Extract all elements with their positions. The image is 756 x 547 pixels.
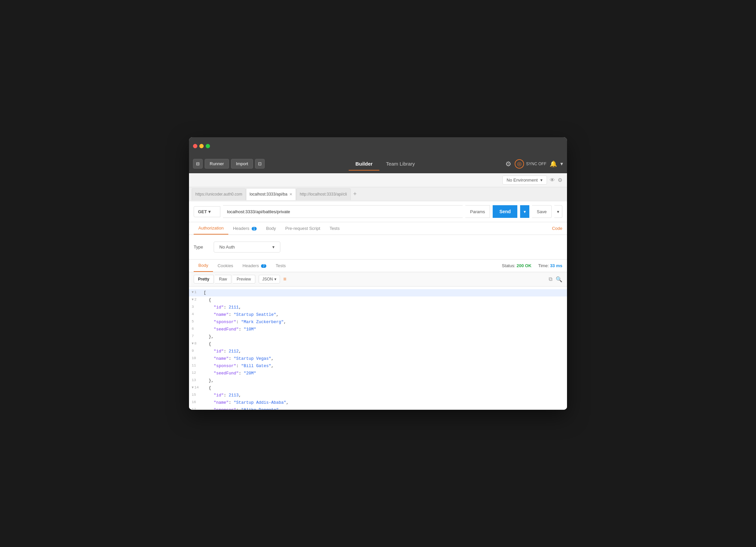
nav-tabs: Builder Team Library — [267, 158, 503, 169]
code-line: 11 "sponsor": "Bill Gates", — [189, 362, 567, 370]
send-dropdown-button[interactable]: ▾ — [520, 205, 529, 218]
toolbar-right: ⚙ ◎ SYNC OFF 🔔 ▾ — [505, 159, 563, 169]
resp-tab-tests[interactable]: Tests — [271, 260, 290, 272]
close-button[interactable] — [193, 144, 197, 148]
code-line: ▼1 [ — [189, 289, 567, 296]
sync-area: ◎ SYNC OFF — [515, 159, 546, 169]
traffic-lights — [193, 144, 210, 148]
request-bar: GET ▾ Params Send ▾ Save ▾ — [189, 201, 567, 222]
spinner-icon: ⚙ — [505, 160, 511, 168]
code-line: 12 "seedFund": "20M" — [189, 370, 567, 377]
url-tab-2[interactable]: http://localhost:3333/api/cli — [296, 188, 350, 200]
code-line: 17 "sponsor": "Aliko Dangote", — [189, 406, 567, 410]
save-button[interactable]: Save — [532, 205, 552, 218]
url-tab-1-text: localhost:3333/api/ba — [250, 192, 287, 197]
resp-status: Status: 200 OK Time: 33 ms — [502, 263, 562, 268]
req-tab-prerequest[interactable]: Pre-request Script — [281, 223, 325, 234]
code-line: 6 "seedFund": "10M" — [189, 326, 567, 333]
code-line: ▼2 { — [189, 296, 567, 304]
resp-tab-body[interactable]: Body — [194, 260, 213, 272]
auth-type-value: No Auth — [219, 245, 235, 250]
req-tab-body[interactable]: Body — [261, 223, 281, 234]
resp-tab-cookies[interactable]: Cookies — [213, 260, 238, 272]
method-select[interactable]: GET ▾ — [194, 206, 220, 217]
menu-chevron-icon[interactable]: ▾ — [560, 161, 563, 167]
params-button[interactable]: Params — [465, 205, 490, 218]
eye-icon[interactable]: 👁 — [550, 177, 555, 183]
response-section: Body Cookies Headers 7 Tests Status: 200… — [189, 260, 567, 410]
new-tab-button[interactable]: + — [351, 191, 360, 198]
code-line: ▼8 { — [189, 340, 567, 348]
new-tab-icon-button[interactable]: ⊡ — [255, 159, 265, 169]
code-line: 16 "name": "Startup Addis-Ababa", — [189, 399, 567, 406]
url-tab-2-text: http://localhost:3333/api/cli — [300, 192, 347, 197]
sidebar-toggle-button[interactable]: ⊟ — [193, 159, 203, 169]
format-select[interactable]: JSON ▾ — [259, 275, 280, 283]
code-line: 3 "id": 2111, — [189, 304, 567, 311]
code-editor[interactable]: ▼1 [ ▼2 { 3 "id": 2111, 4 "name": "Start… — [189, 286, 567, 410]
close-tab-1-icon[interactable]: ✕ — [289, 192, 292, 197]
code-line: 15 "id": 2113, — [189, 392, 567, 399]
env-bar: No Environment ▾ 👁 ⚙ — [189, 173, 567, 187]
code-line: 10 "name": "Startup Vegas", — [189, 355, 567, 362]
status-label: Status: — [502, 263, 517, 268]
code-line: 7 }, — [189, 333, 567, 340]
time-label: Time: — [538, 263, 550, 268]
raw-button[interactable]: Raw — [215, 275, 231, 283]
title-bar — [189, 137, 567, 155]
search-icon-button[interactable]: 🔍 — [556, 276, 562, 282]
auth-type-select[interactable]: No Auth ▾ — [214, 242, 280, 253]
runner-label: Runner — [210, 161, 224, 166]
pretty-button[interactable]: Pretty — [194, 275, 214, 283]
body-toolbar: Pretty Raw Preview JSON ▾ ≡ ⧉ 🔍 — [189, 272, 567, 286]
req-tab-tests[interactable]: Tests — [325, 223, 344, 234]
filter-icon-button[interactable]: ≡ — [283, 276, 286, 282]
sync-label: SYNC OFF — [526, 162, 546, 166]
auth-section: Type No Auth ▾ — [189, 235, 567, 260]
env-select[interactable]: No Environment ▾ — [502, 176, 547, 185]
response-tabs: Body Cookies Headers 7 Tests Status: 200… — [189, 260, 567, 272]
url-tab-bar: https://unicoder.auth0.com localhost:333… — [189, 187, 567, 201]
url-input[interactable] — [223, 205, 463, 218]
url-tab-1[interactable]: localhost:3333/api/ba ✕ — [246, 188, 296, 200]
send-button[interactable]: Send — [493, 205, 517, 218]
resp-tab-headers[interactable]: Headers 7 — [238, 260, 271, 272]
code-line: 4 "name": "Startup Seattle", — [189, 311, 567, 318]
method-chevron-icon: ▾ — [208, 209, 211, 214]
bell-icon[interactable]: 🔔 — [550, 160, 557, 168]
maximize-button[interactable] — [206, 144, 210, 148]
settings-icon[interactable]: ⚙ — [558, 177, 562, 183]
time-value: 33 ms — [550, 263, 562, 268]
headers-badge: 1 — [252, 227, 257, 231]
url-tab-0-text: https://unicoder.auth0.com — [195, 192, 242, 197]
copy-icon-button[interactable]: ⧉ — [549, 276, 552, 282]
code-link[interactable]: Code — [552, 226, 562, 231]
status-value: 200 OK — [517, 263, 532, 268]
sync-icon[interactable]: ◎ — [515, 159, 524, 169]
method-label: GET — [198, 209, 207, 214]
url-tab-0[interactable]: https://unicoder.auth0.com — [192, 188, 246, 200]
import-button[interactable]: Import — [231, 159, 253, 169]
code-line: ▼14 { — [189, 384, 567, 392]
auth-type-label: Type — [194, 245, 207, 250]
code-line: 9 "id": 2112, — [189, 348, 567, 355]
tab-builder[interactable]: Builder — [349, 158, 379, 169]
format-chevron-icon: ▾ — [274, 277, 276, 281]
minimize-button[interactable] — [199, 144, 204, 148]
code-line: 5 "sponsor": "Mark Zuckerberg", — [189, 318, 567, 326]
req-tab-headers[interactable]: Headers 1 — [228, 223, 261, 234]
preview-button[interactable]: Preview — [233, 275, 255, 283]
request-tabs: Authorization Headers 1 Body Pre-request… — [189, 222, 567, 235]
resp-headers-badge: 7 — [261, 264, 266, 268]
import-label: Import — [236, 161, 248, 166]
save-dropdown-button[interactable]: ▾ — [554, 205, 562, 218]
env-label: No Environment — [507, 178, 538, 183]
toolbar: ⊟ Runner Import ⊡ Builder Team Library ⚙… — [189, 155, 567, 173]
auth-type-row: Type No Auth ▾ — [194, 242, 562, 253]
sidebar-icon: ⊟ — [196, 161, 200, 166]
tab-team-library[interactable]: Team Library — [379, 158, 422, 169]
new-tab-icon: ⊡ — [258, 161, 262, 166]
code-line: 13 }, — [189, 377, 567, 384]
req-tab-authorization[interactable]: Authorization — [194, 222, 228, 235]
runner-button[interactable]: Runner — [205, 159, 229, 169]
